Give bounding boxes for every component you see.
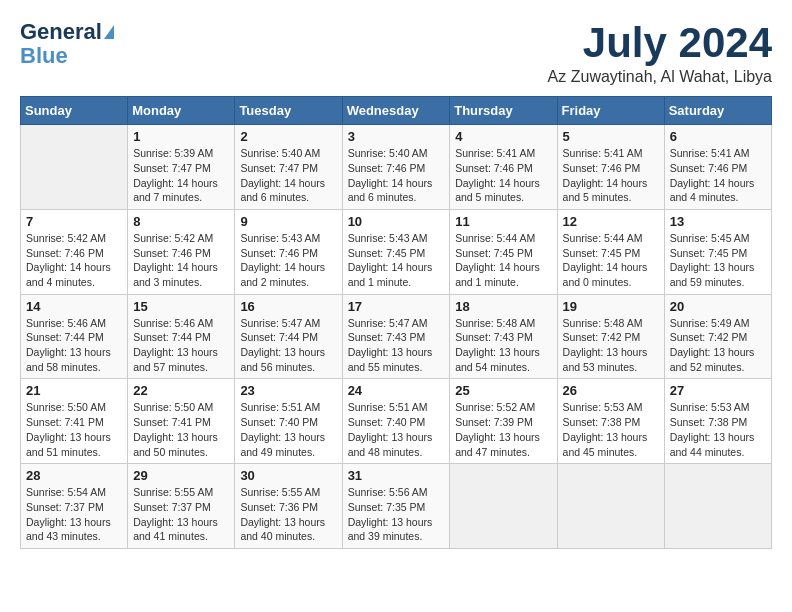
calendar-cell: 3Sunrise: 5:40 AM Sunset: 7:46 PM Daylig… [342,125,450,210]
day-number: 12 [563,214,659,229]
day-info: Sunrise: 5:40 AM Sunset: 7:46 PM Dayligh… [348,146,445,205]
day-number: 4 [455,129,551,144]
day-info: Sunrise: 5:47 AM Sunset: 7:43 PM Dayligh… [348,316,445,375]
day-number: 28 [26,468,122,483]
day-info: Sunrise: 5:47 AM Sunset: 7:44 PM Dayligh… [240,316,336,375]
calendar-cell: 13Sunrise: 5:45 AM Sunset: 7:45 PM Dayli… [664,209,771,294]
day-number: 23 [240,383,336,398]
calendar-cell: 7Sunrise: 5:42 AM Sunset: 7:46 PM Daylig… [21,209,128,294]
day-info: Sunrise: 5:43 AM Sunset: 7:46 PM Dayligh… [240,231,336,290]
day-number: 18 [455,299,551,314]
day-number: 9 [240,214,336,229]
calendar-cell: 2Sunrise: 5:40 AM Sunset: 7:47 PM Daylig… [235,125,342,210]
day-number: 25 [455,383,551,398]
month-title: July 2024 [548,20,772,66]
calendar-header-row: SundayMondayTuesdayWednesdayThursdayFrid… [21,97,772,125]
calendar-cell [450,464,557,549]
day-number: 27 [670,383,766,398]
calendar-cell: 20Sunrise: 5:49 AM Sunset: 7:42 PM Dayli… [664,294,771,379]
day-of-week-header: Sunday [21,97,128,125]
title-section: July 2024 Az Zuwaytinah, Al Wahat, Libya [548,20,772,86]
calendar-cell: 18Sunrise: 5:48 AM Sunset: 7:43 PM Dayli… [450,294,557,379]
day-number: 10 [348,214,445,229]
calendar-cell: 16Sunrise: 5:47 AM Sunset: 7:44 PM Dayli… [235,294,342,379]
calendar-cell: 5Sunrise: 5:41 AM Sunset: 7:46 PM Daylig… [557,125,664,210]
day-info: Sunrise: 5:55 AM Sunset: 7:37 PM Dayligh… [133,485,229,544]
day-number: 22 [133,383,229,398]
calendar-cell: 25Sunrise: 5:52 AM Sunset: 7:39 PM Dayli… [450,379,557,464]
logo-triangle-icon [104,25,114,39]
day-of-week-header: Tuesday [235,97,342,125]
page-header: General Blue July 2024 Az Zuwaytinah, Al… [20,20,772,86]
calendar-cell: 24Sunrise: 5:51 AM Sunset: 7:40 PM Dayli… [342,379,450,464]
calendar-cell [557,464,664,549]
calendar-cell: 21Sunrise: 5:50 AM Sunset: 7:41 PM Dayli… [21,379,128,464]
day-info: Sunrise: 5:56 AM Sunset: 7:35 PM Dayligh… [348,485,445,544]
calendar-cell: 19Sunrise: 5:48 AM Sunset: 7:42 PM Dayli… [557,294,664,379]
calendar-week-row: 1Sunrise: 5:39 AM Sunset: 7:47 PM Daylig… [21,125,772,210]
day-number: 13 [670,214,766,229]
day-number: 29 [133,468,229,483]
calendar-cell: 17Sunrise: 5:47 AM Sunset: 7:43 PM Dayli… [342,294,450,379]
day-number: 16 [240,299,336,314]
calendar-cell [21,125,128,210]
day-of-week-header: Wednesday [342,97,450,125]
location-title: Az Zuwaytinah, Al Wahat, Libya [548,68,772,86]
day-info: Sunrise: 5:55 AM Sunset: 7:36 PM Dayligh… [240,485,336,544]
calendar-week-row: 21Sunrise: 5:50 AM Sunset: 7:41 PM Dayli… [21,379,772,464]
day-info: Sunrise: 5:43 AM Sunset: 7:45 PM Dayligh… [348,231,445,290]
calendar-cell: 10Sunrise: 5:43 AM Sunset: 7:45 PM Dayli… [342,209,450,294]
day-info: Sunrise: 5:42 AM Sunset: 7:46 PM Dayligh… [133,231,229,290]
day-info: Sunrise: 5:39 AM Sunset: 7:47 PM Dayligh… [133,146,229,205]
logo-blue: Blue [20,44,68,68]
calendar-cell: 11Sunrise: 5:44 AM Sunset: 7:45 PM Dayli… [450,209,557,294]
day-number: 8 [133,214,229,229]
day-info: Sunrise: 5:44 AM Sunset: 7:45 PM Dayligh… [455,231,551,290]
calendar-cell: 27Sunrise: 5:53 AM Sunset: 7:38 PM Dayli… [664,379,771,464]
logo-general: General [20,20,102,44]
day-info: Sunrise: 5:41 AM Sunset: 7:46 PM Dayligh… [455,146,551,205]
day-info: Sunrise: 5:53 AM Sunset: 7:38 PM Dayligh… [563,400,659,459]
day-number: 11 [455,214,551,229]
day-number: 19 [563,299,659,314]
day-number: 30 [240,468,336,483]
calendar-cell: 31Sunrise: 5:56 AM Sunset: 7:35 PM Dayli… [342,464,450,549]
calendar-table: SundayMondayTuesdayWednesdayThursdayFrid… [20,96,772,549]
day-info: Sunrise: 5:52 AM Sunset: 7:39 PM Dayligh… [455,400,551,459]
day-number: 14 [26,299,122,314]
calendar-week-row: 7Sunrise: 5:42 AM Sunset: 7:46 PM Daylig… [21,209,772,294]
day-number: 5 [563,129,659,144]
calendar-cell: 8Sunrise: 5:42 AM Sunset: 7:46 PM Daylig… [128,209,235,294]
day-of-week-header: Saturday [664,97,771,125]
day-info: Sunrise: 5:46 AM Sunset: 7:44 PM Dayligh… [26,316,122,375]
day-info: Sunrise: 5:51 AM Sunset: 7:40 PM Dayligh… [348,400,445,459]
day-number: 24 [348,383,445,398]
day-info: Sunrise: 5:49 AM Sunset: 7:42 PM Dayligh… [670,316,766,375]
day-info: Sunrise: 5:48 AM Sunset: 7:42 PM Dayligh… [563,316,659,375]
calendar-cell: 30Sunrise: 5:55 AM Sunset: 7:36 PM Dayli… [235,464,342,549]
day-info: Sunrise: 5:40 AM Sunset: 7:47 PM Dayligh… [240,146,336,205]
calendar-cell: 4Sunrise: 5:41 AM Sunset: 7:46 PM Daylig… [450,125,557,210]
day-number: 1 [133,129,229,144]
calendar-cell: 28Sunrise: 5:54 AM Sunset: 7:37 PM Dayli… [21,464,128,549]
day-info: Sunrise: 5:51 AM Sunset: 7:40 PM Dayligh… [240,400,336,459]
day-number: 3 [348,129,445,144]
calendar-cell: 22Sunrise: 5:50 AM Sunset: 7:41 PM Dayli… [128,379,235,464]
day-number: 26 [563,383,659,398]
day-of-week-header: Monday [128,97,235,125]
calendar-cell: 12Sunrise: 5:44 AM Sunset: 7:45 PM Dayli… [557,209,664,294]
day-info: Sunrise: 5:53 AM Sunset: 7:38 PM Dayligh… [670,400,766,459]
day-info: Sunrise: 5:50 AM Sunset: 7:41 PM Dayligh… [133,400,229,459]
day-of-week-header: Thursday [450,97,557,125]
day-number: 17 [348,299,445,314]
day-number: 20 [670,299,766,314]
calendar-cell: 15Sunrise: 5:46 AM Sunset: 7:44 PM Dayli… [128,294,235,379]
calendar-cell: 9Sunrise: 5:43 AM Sunset: 7:46 PM Daylig… [235,209,342,294]
day-number: 2 [240,129,336,144]
calendar-cell: 6Sunrise: 5:41 AM Sunset: 7:46 PM Daylig… [664,125,771,210]
day-number: 7 [26,214,122,229]
day-info: Sunrise: 5:45 AM Sunset: 7:45 PM Dayligh… [670,231,766,290]
calendar-week-row: 28Sunrise: 5:54 AM Sunset: 7:37 PM Dayli… [21,464,772,549]
day-info: Sunrise: 5:41 AM Sunset: 7:46 PM Dayligh… [670,146,766,205]
day-info: Sunrise: 5:46 AM Sunset: 7:44 PM Dayligh… [133,316,229,375]
